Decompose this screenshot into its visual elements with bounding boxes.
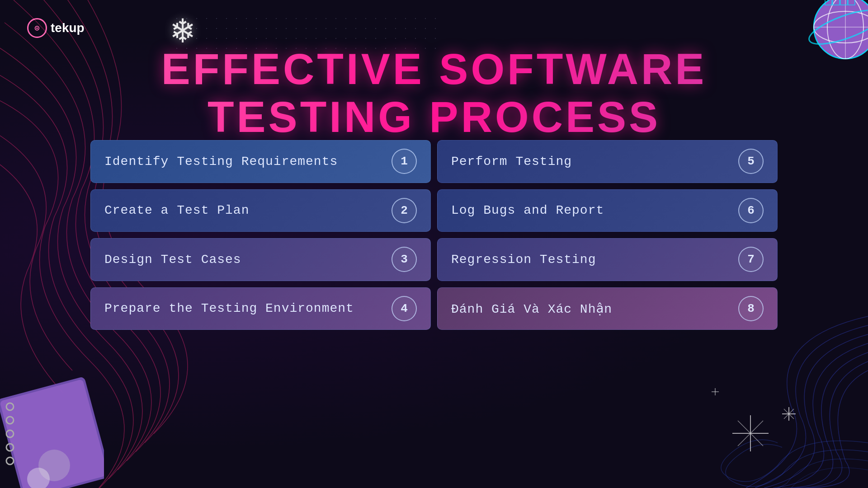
main-title: EFFECTIVE SOFTWARE TESTING PROCESS [0, 45, 868, 141]
star-small-decoration [782, 407, 796, 425]
card-8: 8 Đánh Giá Và Xác Nhận [437, 287, 778, 330]
card-3: Design Test Cases 3 [90, 238, 431, 281]
cards-container: Identify Testing Requirements 1 5 Perfor… [90, 140, 778, 330]
title-line2: TESTING PROCESS [0, 93, 868, 141]
card-4-label: Prepare the Testing Environment [104, 301, 354, 315]
card-4: Prepare the Testing Environment 4 [90, 287, 431, 330]
card-5: 5 Perform Testing [437, 140, 778, 183]
card-1: Identify Testing Requirements 1 [90, 140, 431, 183]
card-8-label: Đánh Giá Và Xác Nhận [451, 301, 612, 316]
star-tiny-decoration [712, 388, 719, 398]
svg-point-21 [6, 457, 14, 465]
card-5-label: Perform Testing [451, 155, 572, 169]
card-2-label: Create a Test Plan [104, 203, 249, 217]
card-6: 6 Log Bugs and Report [437, 189, 778, 232]
card-4-number: 4 [392, 296, 417, 321]
logo-text: tekup [51, 21, 85, 35]
card-1-label: Identify Testing Requirements [104, 155, 338, 169]
card-2: Create a Test Plan 2 [90, 189, 431, 232]
dot-grid-top-decoration [172, 14, 443, 50]
logo: ⊙ tekup [27, 18, 85, 38]
card-6-label: Log Bugs and Report [451, 203, 604, 217]
logo-icon: ⊙ [27, 18, 47, 38]
card-1-number: 1 [392, 149, 417, 174]
star-large-decoration [732, 415, 769, 461]
card-8-number: 8 [738, 296, 764, 321]
card-3-label: Design Test Cases [104, 253, 241, 267]
card-7-label: Regression Testing [451, 253, 596, 267]
card-5-number: 5 [738, 149, 764, 174]
card-6-number: 6 [738, 198, 764, 223]
logo-symbol: ⊙ [35, 23, 40, 33]
card-3-number: 3 [392, 247, 417, 272]
card-7: 7 Regression Testing [437, 238, 778, 281]
title-line1: EFFECTIVE SOFTWARE [0, 45, 868, 93]
card-7-number: 7 [738, 247, 764, 272]
card-2-number: 2 [392, 198, 417, 223]
notebook-decoration [0, 371, 104, 488]
